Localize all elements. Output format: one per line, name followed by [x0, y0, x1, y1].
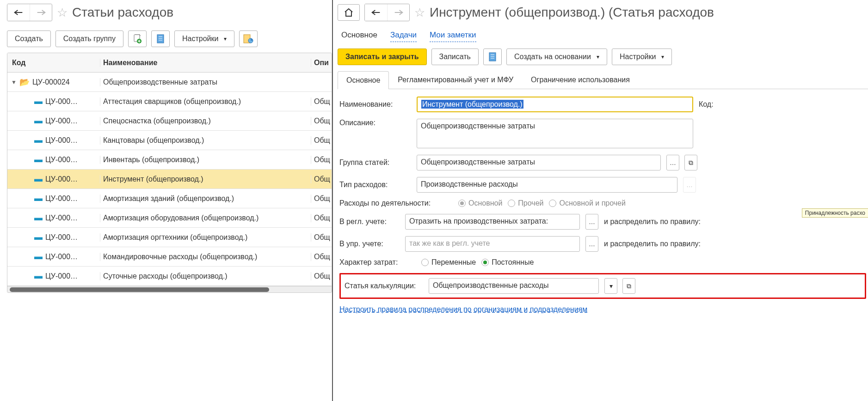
row-code: ЦУ-000… [45, 156, 78, 164]
regl-select-button[interactable]: … [585, 214, 598, 230]
report-button[interactable] [239, 30, 258, 47]
row-name: Аттестация сварщиков (общепроизвод.) [100, 97, 311, 106]
folder-icon: 📂 [19, 77, 30, 87]
label-mgmt: В упр. учете: [339, 240, 400, 248]
item-icon: ▬ [34, 174, 43, 184]
label-activity: Расходы по деятельности: [339, 199, 453, 207]
label-group: Группа статей: [339, 158, 411, 167]
save-button[interactable]: Записать [431, 49, 479, 65]
table-row[interactable]: ▬ЦУ-000…Амортизация зданий (общепроизвод… [7, 189, 332, 208]
row-code: ЦУ-000… [45, 136, 78, 145]
type-select-button: … [683, 177, 696, 193]
row-name: Амортизация оргтехники (общепроизвод.) [100, 233, 311, 242]
col-header-name[interactable]: Наименование [100, 59, 311, 67]
row-code: ЦУ-000… [45, 117, 78, 125]
col-header-code[interactable]: Код [7, 59, 100, 67]
create-based-dropdown[interactable]: Создать на основании [506, 49, 607, 65]
create-button[interactable]: Создать [7, 30, 51, 47]
item-icon: ▬ [34, 155, 43, 164]
nav-back-button[interactable] [7, 4, 30, 21]
create-group-button[interactable]: Создать группу [55, 30, 123, 47]
copy-button[interactable] [128, 30, 147, 47]
tree-caret-icon[interactable]: ▼ [11, 79, 17, 85]
description-textarea[interactable]: Общепроизводственные затраты [417, 119, 693, 148]
regl-rule-suffix: и распределить по правилу: [604, 218, 701, 226]
svg-rect-2 [157, 35, 164, 43]
row-desc: Общ [311, 117, 332, 125]
mgmt-rule-suffix: и распределить по правилу: [604, 240, 701, 248]
group-input[interactable]: Общепроизводственные затраты [417, 155, 661, 170]
name-input[interactable]: Инструмент (общепроизвод.) [417, 97, 693, 112]
group-open-button[interactable]: ⧉ [684, 155, 697, 170]
item-icon: ▬ [34, 271, 43, 281]
row-desc: Общ [311, 233, 332, 242]
type-input[interactable]: Производственные расходы [417, 177, 677, 193]
svg-rect-8 [489, 53, 496, 61]
row-desc: Общ [311, 175, 332, 183]
row-name: Суточные расходы (общепроизвод.) [100, 272, 311, 280]
list-icon-button-right[interactable] [483, 49, 502, 65]
calc-open-button[interactable]: ⧉ [622, 278, 635, 294]
inner-tab-restrict[interactable]: Ограничение использования [522, 71, 639, 89]
inner-tab-accounting[interactable]: Регламентированный учет и МФУ [389, 71, 522, 89]
favorite-star-icon[interactable]: ☆ [57, 6, 68, 20]
row-name: Общепроизводственные затраты [100, 78, 311, 86]
table-row[interactable]: ▼📂ЦУ-000024Общепроизводственные затраты [7, 73, 332, 92]
table-row[interactable]: ▬ЦУ-000…Инструмент (общепроизвод.)Общ [7, 170, 332, 189]
calc-input[interactable]: Общепроизводственные расходы [429, 278, 599, 294]
label-regl: В регл. учете: [339, 218, 400, 226]
label-name: Наименование: [339, 100, 411, 109]
mgmt-input[interactable]: так же как в регл. учете [405, 236, 580, 252]
row-code: ЦУ-000… [45, 253, 78, 261]
regl-input[interactable]: Отразить на производственных затрата: [405, 214, 580, 230]
calc-dropdown-button[interactable]: ▾ [604, 278, 617, 294]
table-row[interactable]: ▬ЦУ-000…Командировочные расходы (общепро… [7, 247, 332, 267]
nav-back-button-right[interactable] [365, 4, 387, 21]
item-icon: ▬ [34, 116, 43, 126]
save-close-button[interactable]: Записать и закрыть [338, 49, 427, 65]
group-select-button[interactable]: … [666, 155, 679, 170]
radio-activity-both [549, 200, 556, 207]
settings-dropdown[interactable]: Настройки [174, 30, 234, 47]
row-name: Инструмент (общепроизвод.) [100, 175, 311, 183]
horizontal-scrollbar[interactable] [7, 286, 332, 292]
table-row[interactable]: ▬ЦУ-000…Спецоснастка (общепроизвод.)Общ [7, 111, 332, 131]
table-row[interactable]: ▬ЦУ-000…Амортизация оргтехники (общепрои… [7, 228, 332, 247]
row-desc: Общ [311, 214, 332, 222]
item-icon: ▬ [34, 97, 43, 106]
table-row[interactable]: ▬ЦУ-000…Амортизация оборудования (общепр… [7, 208, 332, 228]
row-name: Инвентарь (общепроизвод.) [100, 156, 311, 164]
page-title-right: Инструмент (общепроизвод.) (Статья расхо… [430, 5, 714, 20]
label-type: Тип расходов: [339, 181, 411, 189]
row-name: Спецоснастка (общепроизвод.) [100, 117, 311, 125]
table-row[interactable]: ▬ЦУ-000…Аттестация сварщиков (общепроизв… [7, 92, 332, 111]
settings-dropdown-right[interactable]: Настройки [612, 49, 672, 65]
row-code: ЦУ-000… [45, 97, 78, 106]
link-tab-notes[interactable]: Мои заметки [430, 30, 476, 42]
link-tab-main[interactable]: Основное [341, 30, 377, 42]
row-name: Канцтовары (общепроизвод.) [100, 136, 311, 145]
radio-char-fixed[interactable] [481, 259, 489, 266]
row-desc: Общ [311, 97, 332, 106]
table-row[interactable]: ▬ЦУ-000…Суточные расходы (общепроизвод.)… [7, 267, 332, 286]
radio-activity-other [508, 200, 515, 207]
item-icon: ▬ [34, 232, 43, 242]
list-icon-button[interactable] [151, 30, 170, 47]
row-desc: Общ [311, 136, 332, 145]
radio-char-variable[interactable] [421, 259, 429, 266]
table-row[interactable]: ▬ЦУ-000…Инвентарь (общепроизвод.)Общ [7, 150, 332, 170]
home-button[interactable] [338, 4, 360, 21]
link-tab-tasks[interactable]: Задачи [390, 30, 417, 42]
favorite-star-icon-right[interactable]: ☆ [414, 6, 425, 20]
label-calc: Статья калькуляции: [345, 282, 423, 290]
label-character: Характер затрат: [339, 258, 416, 267]
nav-forward-button-right [387, 4, 409, 21]
configure-rules-link[interactable]: Настроить правила распределения по орган… [339, 305, 587, 313]
col-header-desc[interactable]: Опи [311, 59, 332, 67]
page-title: Статьи расходов [72, 5, 173, 20]
nav-forward-button [30, 4, 52, 21]
row-code: ЦУ-000… [45, 214, 78, 222]
inner-tab-main[interactable]: Основное [338, 71, 389, 89]
table-row[interactable]: ▬ЦУ-000…Канцтовары (общепроизвод.)Общ [7, 131, 332, 150]
mgmt-select-button[interactable]: … [585, 236, 598, 252]
